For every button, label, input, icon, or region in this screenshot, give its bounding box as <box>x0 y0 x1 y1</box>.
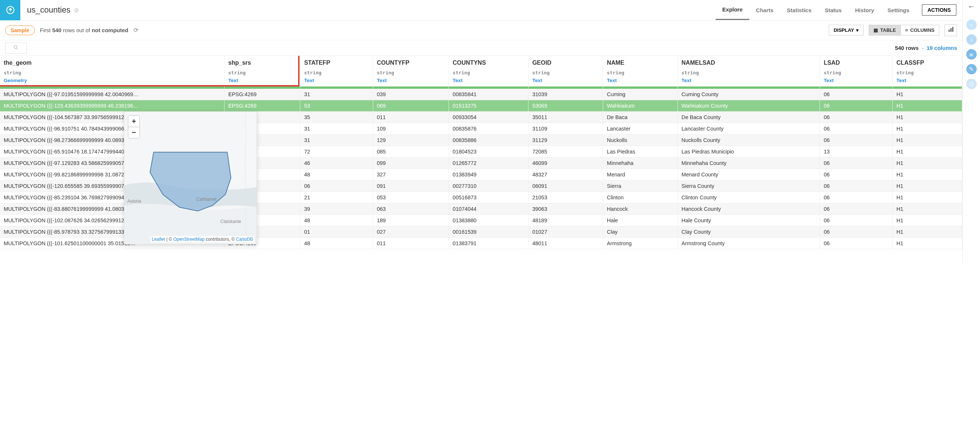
cell-geoid[interactable]: 35011 <box>528 112 603 123</box>
tab-settings[interactable]: Settings <box>881 0 916 20</box>
cell-classfp[interactable]: H1 <box>892 157 962 169</box>
cell-lsad[interactable]: 06 <box>820 215 893 226</box>
table-row[interactable]: MULTIPOLYGON (((-97.01951599999998 42.00… <box>0 89 962 100</box>
cell-lsad[interactable]: 13 <box>820 146 893 157</box>
cell-countyns[interactable]: 01265772 <box>449 157 528 169</box>
cell-lsad[interactable]: 06 <box>820 100 893 112</box>
actions-button[interactable]: ACTIONS <box>922 5 956 16</box>
cell-classfp[interactable]: H1 <box>892 112 962 123</box>
cell-geoid[interactable]: 31039 <box>528 89 603 100</box>
cell-county[interactable]: 039 <box>373 89 449 100</box>
cell-classfp[interactable]: H1 <box>892 169 962 180</box>
cell-lsad[interactable]: 06 <box>820 191 893 203</box>
cell-geoid[interactable]: 72085 <box>528 146 603 157</box>
back-arrow-icon[interactable]: ← <box>968 2 975 11</box>
seg-table[interactable]: ▦ TABLE <box>869 25 900 35</box>
cell-lsad[interactable]: 06 <box>820 134 893 146</box>
cell-countyns[interactable]: 00516873 <box>449 191 528 203</box>
col-header-namelsad[interactable]: NAMELSADstringText <box>678 56 820 86</box>
cell-lsad[interactable]: 06 <box>820 157 893 169</box>
cell-namelsad[interactable]: Las Piedras Municipio <box>678 146 820 157</box>
cell-countyns[interactable]: 00277310 <box>449 180 528 191</box>
cell-classfp[interactable]: H1 <box>892 191 962 203</box>
cell-name[interactable]: Armstrong <box>603 237 678 249</box>
cell-county[interactable]: 109 <box>373 123 449 134</box>
cell-geoid[interactable]: 53069 <box>528 100 603 112</box>
cell-name[interactable]: Lancaster <box>603 123 678 134</box>
cell-state[interactable]: 31 <box>300 89 373 100</box>
rail-info-icon[interactable]: i <box>966 34 977 45</box>
cell-classfp[interactable]: H1 <box>892 100 962 112</box>
tab-charts[interactable]: Charts <box>749 0 780 20</box>
chart-icon-button[interactable] <box>945 24 957 36</box>
cell-geoid[interactable]: 01027 <box>528 226 603 237</box>
cell-name[interactable]: Sierra <box>603 180 678 191</box>
cell-county[interactable]: 063 <box>373 203 449 215</box>
cell-lsad[interactable]: 06 <box>820 169 893 180</box>
cell-name[interactable]: Wahkiakum <box>603 100 678 112</box>
cell-classfp[interactable]: H1 <box>892 226 962 237</box>
refresh-icon[interactable]: ⟳ <box>134 27 138 33</box>
brand-logo[interactable] <box>0 0 20 20</box>
cell-countyns[interactable]: 00835841 <box>449 89 528 100</box>
cell-classfp[interactable]: H1 <box>892 203 962 215</box>
tab-status[interactable]: Status <box>818 0 848 20</box>
cell-state[interactable]: 31 <box>300 134 373 146</box>
rail-discuss-icon[interactable]: ✎ <box>966 64 977 74</box>
cell-geom[interactable]: MULTIPOLYGON (((-123.43639399999999 46.2… <box>0 100 224 112</box>
cell-name[interactable]: Las Piedras <box>603 146 678 157</box>
cell-county[interactable]: 189 <box>373 215 449 226</box>
col-meaning[interactable]: Text <box>824 78 889 83</box>
cell-state[interactable]: 48 <box>300 215 373 226</box>
cell-namelsad[interactable]: Nuckolls County <box>678 134 820 146</box>
table-wrap[interactable]: the_geomstringGeometryshp_srsstringTextS… <box>0 56 962 263</box>
zoom-out-button[interactable]: − <box>128 127 139 138</box>
cell-namelsad[interactable]: Hancock County <box>678 203 820 215</box>
col-meaning[interactable]: Text <box>228 78 296 83</box>
cell-namelsad[interactable]: De Baca County <box>678 112 820 123</box>
cell-namelsad[interactable]: Lancaster County <box>678 123 820 134</box>
col-meaning[interactable]: Text <box>896 78 958 83</box>
col-meaning[interactable]: Text <box>453 78 524 83</box>
rail-stack-icon[interactable]: ≣ <box>966 49 977 59</box>
cell-classfp[interactable]: H1 <box>892 215 962 226</box>
cell-county[interactable]: 091 <box>373 180 449 191</box>
tab-explore[interactable]: Explore <box>716 0 749 20</box>
col-header-countyns[interactable]: COUNTYNSstringText <box>449 56 528 86</box>
col-header-the_geom[interactable]: the_geomstringGeometry <box>0 56 224 86</box>
cell-namelsad[interactable]: Hale County <box>678 215 820 226</box>
cell-county[interactable]: 069 <box>373 100 449 112</box>
cell-geoid[interactable]: 39063 <box>528 203 603 215</box>
cell-countyns[interactable]: 00933054 <box>449 112 528 123</box>
cell-namelsad[interactable]: Cuming County <box>678 89 820 100</box>
cell-lsad[interactable]: 06 <box>820 180 893 191</box>
cell-countyns[interactable]: 01383791 <box>449 237 528 249</box>
cell-countyns[interactable]: 01513275 <box>449 100 528 112</box>
zoom-in-button[interactable]: + <box>128 116 139 127</box>
cell-countyns[interactable]: 01383949 <box>449 169 528 180</box>
cell-county[interactable]: 327 <box>373 169 449 180</box>
cell-lsad[interactable]: 06 <box>820 226 893 237</box>
col-meaning[interactable]: Text <box>532 78 599 83</box>
col-header-name[interactable]: NAMEstringText <box>603 56 678 86</box>
cell-classfp[interactable]: H1 <box>892 89 962 100</box>
rail-add-icon[interactable]: ＋ <box>966 20 977 30</box>
cell-geoid[interactable]: 46099 <box>528 157 603 169</box>
cell-namelsad[interactable]: Sierra County <box>678 180 820 191</box>
cell-name[interactable]: Clinton <box>603 191 678 203</box>
cell-county[interactable]: 011 <box>373 112 449 123</box>
cell-name[interactable]: Nuckolls <box>603 134 678 146</box>
cell-name[interactable]: Hancock <box>603 203 678 215</box>
cell-state[interactable]: 31 <box>300 123 373 134</box>
col-count[interactable]: 19 columns <box>926 45 957 51</box>
cell-classfp[interactable]: H1 <box>892 237 962 249</box>
cell-geoid[interactable]: 06091 <box>528 180 603 191</box>
cell-state[interactable]: 06 <box>300 180 373 191</box>
cell-state[interactable]: 01 <box>300 226 373 237</box>
cell-classfp[interactable]: H1 <box>892 134 962 146</box>
cell-classfp[interactable]: H1 <box>892 180 962 191</box>
cell-namelsad[interactable]: Clinton County <box>678 191 820 203</box>
cell-geom[interactable]: MULTIPOLYGON (((-97.01951599999998 42.00… <box>0 89 224 100</box>
col-header-lsad[interactable]: LSADstringText <box>820 56 893 86</box>
col-meaning[interactable]: Geometry <box>4 78 220 83</box>
